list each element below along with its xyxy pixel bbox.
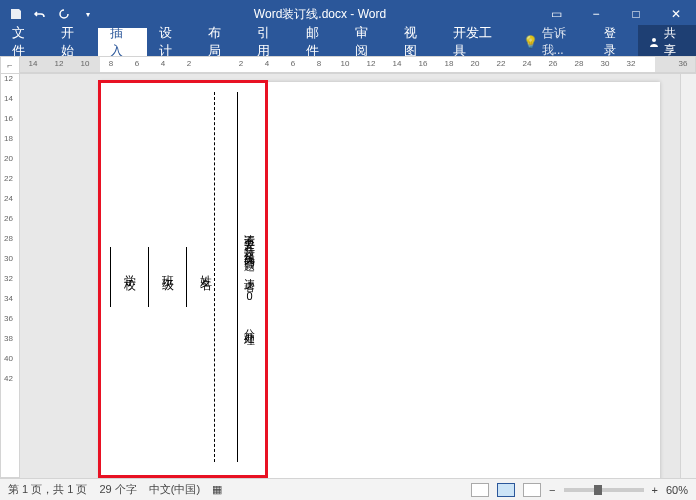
label-class: 班级： <box>159 265 176 289</box>
ruler-tick: 14 <box>384 59 410 68</box>
ruler-tick: 34 <box>4 294 13 314</box>
ruler-tick: 8 <box>306 59 332 68</box>
ruler-tick: 18 <box>4 134 13 154</box>
ruler-tick: 6 <box>124 59 150 68</box>
ruler-tick: 4 <box>254 59 280 68</box>
ribbon-display-icon[interactable]: ▭ <box>536 0 576 28</box>
ruler-tick: 40 <box>4 354 13 374</box>
view-web-layout[interactable] <box>523 483 541 497</box>
status-language[interactable]: 中文(中国) <box>149 482 200 497</box>
binding-margin-area: 姓名： 班级： 学校： 请不要在装订线内答题，违者 0 分处理 <box>110 92 260 462</box>
share-label: 共享 <box>664 25 686 59</box>
save-icon[interactable] <box>8 6 24 22</box>
ruler-tick: 22 <box>4 174 13 194</box>
ruler-tick: 16 <box>410 59 436 68</box>
share-icon <box>648 36 660 48</box>
ruler-tick: 2 <box>228 59 254 68</box>
lightbulb-icon: 💡 <box>523 35 538 49</box>
binding-col-warning: 请不要在装订线内答题，违者 0 分处理 <box>238 92 260 462</box>
ruler-tick: 8 <box>98 59 124 68</box>
ruler-tick: 28 <box>566 59 592 68</box>
tab-insert[interactable]: 插入 <box>98 28 147 56</box>
ruler-tick: 26 <box>540 59 566 68</box>
document-page[interactable]: 姓名： 班级： 学校： 请不要在装订线内答题，违者 0 分处理 <box>100 82 660 478</box>
undo-icon[interactable] <box>32 6 48 22</box>
window-controls: ▭ − □ ✕ <box>536 0 696 28</box>
label-name: 姓名： <box>197 265 214 289</box>
ruler-tick: 24 <box>4 194 13 214</box>
tell-me[interactable]: 💡 告诉我... <box>515 25 592 59</box>
content-area: 12141618202224262830323436384042 姓名： 班级：… <box>0 74 696 478</box>
ruler-tick: 6 <box>280 59 306 68</box>
label-school: 学校： <box>121 265 138 289</box>
status-extras-icon[interactable]: ▦ <box>212 483 222 496</box>
ruler-tick: 12 <box>4 74 13 94</box>
ruler-tick: 18 <box>436 59 462 68</box>
ruler-tick: 32 <box>4 274 13 294</box>
title-bar: ▾ Word装订线.docx - Word ▭ − □ ✕ <box>0 0 696 28</box>
ruler-tick: 20 <box>4 154 13 174</box>
ruler-tick: 2 <box>176 59 202 68</box>
tab-file[interactable]: 文件 <box>0 28 49 56</box>
tab-design[interactable]: 设计 <box>147 28 196 56</box>
tab-review[interactable]: 审阅 <box>343 28 392 56</box>
ruler-tick: 14 <box>20 59 46 68</box>
horizontal-ruler[interactable]: 1412108642246810121416182022242628303236… <box>20 56 696 73</box>
maximize-icon[interactable]: □ <box>616 0 656 28</box>
view-print-layout[interactable] <box>497 483 515 497</box>
binding-col-labels: 姓名： 班级： 学校： <box>110 92 215 462</box>
ruler-tick: 38 <box>4 334 13 354</box>
ruler-tick: 36 <box>670 59 696 68</box>
binding-col-middle <box>215 92 238 462</box>
close-icon[interactable]: ✕ <box>656 0 696 28</box>
login-button[interactable]: 登录 <box>592 25 639 59</box>
zoom-level[interactable]: 60% <box>666 484 688 496</box>
view-read-mode[interactable] <box>471 483 489 497</box>
ruler-tick: 24 <box>514 59 540 68</box>
ruler-tick: 4 <box>150 59 176 68</box>
zoom-in-button[interactable]: + <box>652 484 658 496</box>
tab-home[interactable]: 开始 <box>49 28 98 56</box>
minimize-icon[interactable]: − <box>576 0 616 28</box>
window-title: Word装订线.docx - Word <box>104 6 536 23</box>
ruler-tick: 12 <box>358 59 384 68</box>
horizontal-ruler-area: ⌐ 14121086422468101214161820222426283032… <box>0 56 696 74</box>
tab-developer[interactable]: 开发工具 <box>441 28 515 56</box>
ruler-tick: 26 <box>4 214 13 234</box>
qat-dropdown-icon[interactable]: ▾ <box>80 6 96 22</box>
status-word-count[interactable]: 29 个字 <box>99 482 136 497</box>
ruler-corner[interactable]: ⌐ <box>0 56 20 74</box>
ruler-tick: 22 <box>488 59 514 68</box>
tab-view[interactable]: 视图 <box>392 28 441 56</box>
redo-icon[interactable] <box>56 6 72 22</box>
share-button[interactable]: 共享 <box>638 25 696 59</box>
tab-layout[interactable]: 布局 <box>196 28 245 56</box>
status-bar: 第 1 页，共 1 页 29 个字 中文(中国) ▦ − + 60% <box>0 478 696 500</box>
vertical-ruler[interactable]: 12141618202224262830323436384042 <box>0 74 20 478</box>
ribbon-tabs: 文件 开始 插入 设计 布局 引用 邮件 审阅 视图 开发工具 💡 告诉我...… <box>0 28 696 56</box>
vertical-scrollbar[interactable] <box>680 74 696 478</box>
ruler-tick: 32 <box>618 59 644 68</box>
ruler-tick: 14 <box>4 94 13 114</box>
svg-point-0 <box>652 38 656 42</box>
ruler-tick: 20 <box>462 59 488 68</box>
document-viewport[interactable]: 姓名： 班级： 学校： 请不要在装订线内答题，违者 0 分处理 <box>20 74 696 478</box>
ruler-tick: 10 <box>332 59 358 68</box>
status-page[interactable]: 第 1 页，共 1 页 <box>8 482 87 497</box>
ruler-tick: 28 <box>4 234 13 254</box>
tab-mailings[interactable]: 邮件 <box>294 28 343 56</box>
ruler-tick: 42 <box>4 374 13 394</box>
ruler-tick: 10 <box>72 59 98 68</box>
ruler-tick: 30 <box>4 254 13 274</box>
ruler-tick: 36 <box>4 314 13 334</box>
quick-access-toolbar: ▾ <box>0 6 104 22</box>
zoom-slider[interactable] <box>564 488 644 492</box>
tab-references[interactable]: 引用 <box>245 28 294 56</box>
warning-text: 请不要在装订线内答题，违者 0 分处理 <box>242 225 257 329</box>
zoom-out-button[interactable]: − <box>549 484 555 496</box>
ruler-tick: 30 <box>592 59 618 68</box>
ruler-tick: 12 <box>46 59 72 68</box>
ruler-tick: 16 <box>4 114 13 134</box>
tell-me-text: 告诉我... <box>542 25 584 59</box>
